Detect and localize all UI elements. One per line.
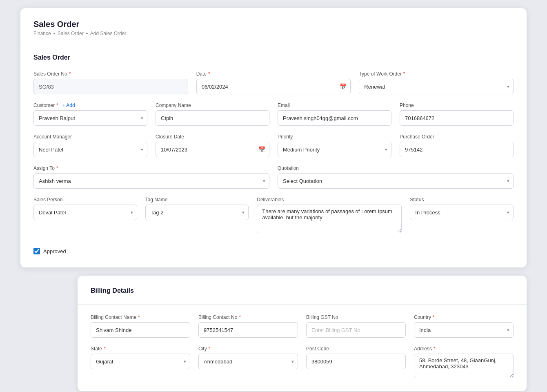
breadcrumb-finance: Finance	[33, 31, 51, 36]
quotation-field: Quotation Select Quotation ▾	[278, 165, 514, 189]
approved-checkbox[interactable]	[33, 248, 40, 254]
breadcrumb-sales-order: Sales Order	[58, 31, 84, 36]
city-select[interactable]: Ahmedabad	[198, 354, 298, 369]
email-label: Email	[278, 102, 391, 108]
post-code-label: Post Code	[306, 346, 406, 352]
country-label: Country *	[414, 314, 514, 320]
state-select[interactable]: Gujarat	[91, 354, 190, 369]
section-title: Sales Order	[33, 54, 514, 61]
form-row-4: Assign To * Ashish verma ▾ Quotation Sel…	[33, 165, 514, 189]
sales-order-no-field: Sales Order No *	[33, 71, 188, 94]
required-star: *	[104, 346, 106, 352]
account-manager-field: Account Manager Neel Patel ▾	[33, 134, 147, 157]
address-textarea[interactable]: 58, Borde Street, 48, GiaanGunj, Ahmedab…	[414, 354, 514, 378]
breadcrumb-dot-2	[86, 33, 88, 34]
required-star: *	[239, 314, 241, 320]
tag-name-select[interactable]: Tag 2	[145, 205, 249, 220]
sales-order-no-input[interactable]	[33, 79, 188, 94]
quotation-label: Quotation	[278, 165, 514, 171]
sales-person-field: Sales Person Deval Patel ▾	[33, 197, 137, 233]
status-field: Status In Process Completed Pending ▾	[410, 197, 514, 233]
billing-row-2: State * Gujarat ▾ City * Ahmedabad	[91, 346, 514, 378]
tag-name-wrapper: Tag 2 ▾	[145, 205, 249, 220]
billing-details-card: Billing Details Billing Contact Name * B…	[78, 276, 527, 391]
date-field: Date * 📅	[196, 71, 351, 94]
date-label: Date *	[196, 71, 351, 77]
quotation-wrapper: Select Quotation ▾	[278, 173, 514, 189]
state-field: State * Gujarat ▾	[91, 346, 190, 378]
company-name-field: Company Name	[156, 102, 269, 126]
priority-wrapper: Medium Priority High Priority Low Priori…	[278, 142, 391, 157]
address-field: Address * 58, Borde Street, 48, GiaanGun…	[414, 346, 514, 378]
country-wrapper: India ▾	[414, 322, 514, 338]
state-wrapper: Gujarat ▾	[91, 354, 190, 369]
form-row-5: Sales Person Deval Patel ▾ Tag Name Tag …	[33, 197, 514, 233]
post-code-input[interactable]	[306, 354, 406, 369]
closure-date-label: Closure Date	[156, 134, 269, 140]
priority-select[interactable]: Medium Priority High Priority Low Priori…	[278, 142, 391, 157]
type-of-work-order-field: Type of Work Order * Renewal ▾	[359, 71, 514, 94]
assign-to-field: Assign To * Ashish verma ▾	[33, 165, 269, 189]
sales-person-label: Sales Person	[33, 197, 137, 203]
billing-gst-no-input[interactable]	[306, 322, 406, 338]
billing-contact-name-field: Billing Contact Name *	[91, 314, 190, 338]
state-label: State *	[91, 346, 190, 352]
sales-person-select[interactable]: Deval Patel	[33, 205, 137, 220]
tag-name-field: Tag Name Tag 2 ▾	[145, 197, 249, 233]
form-row-1: Sales Order No * Date * 📅 Type of Work O…	[33, 71, 514, 94]
customer-field: Customer * + Add Pravesh Rajput ▾	[33, 102, 147, 126]
email-input[interactable]	[278, 110, 391, 126]
company-name-input[interactable]	[156, 110, 269, 126]
type-of-work-order-wrapper: Renewal ▾	[359, 79, 514, 94]
required-star: *	[138, 314, 140, 320]
date-input[interactable]	[196, 79, 351, 94]
deliverables-textarea[interactable]: There are many variations of passages of…	[257, 205, 402, 233]
breadcrumb: Finance Sales Order Add Sales Order	[33, 31, 514, 36]
address-label: Address *	[414, 346, 514, 352]
billing-contact-no-input[interactable]	[198, 322, 298, 338]
breadcrumb-add-sales-order: Add Sales Order	[90, 31, 127, 36]
status-label: Status	[410, 197, 514, 203]
add-customer-button[interactable]: + Add	[62, 102, 75, 108]
billing-contact-name-input[interactable]	[91, 322, 190, 338]
billing-contact-name-label: Billing Contact Name *	[91, 314, 190, 320]
required-star: *	[403, 71, 405, 77]
purchase-order-field: Purchase Order	[400, 134, 514, 157]
billing-details-title: Billing Details	[91, 287, 514, 294]
type-of-work-order-select[interactable]: Renewal	[359, 79, 514, 94]
purchase-order-label: Purchase Order	[400, 134, 514, 140]
assign-to-select[interactable]: Ashish verma	[33, 173, 269, 189]
assign-to-label: Assign To *	[33, 165, 269, 171]
breadcrumb-dot-1	[53, 33, 55, 34]
closure-date-wrapper: 📅	[156, 142, 269, 157]
billing-gst-no-label: Billing GST No	[306, 314, 406, 320]
country-select[interactable]: India	[414, 322, 514, 338]
customer-select[interactable]: Pravesh Rajput	[33, 110, 147, 126]
billing-divider	[78, 304, 527, 305]
assign-to-wrapper: Ashish verma ▾	[33, 173, 269, 189]
sales-order-form: Sales Order No * Date * 📅 Type of Work O…	[33, 71, 514, 254]
required-star: *	[56, 102, 58, 108]
required-star: *	[434, 346, 436, 352]
customer-wrapper: Pravesh Rajput ▾	[33, 110, 147, 126]
customer-label: Customer * + Add	[33, 102, 147, 108]
billing-gst-no-field: Billing GST No	[306, 314, 406, 338]
closure-date-input[interactable]	[156, 142, 269, 157]
quotation-select[interactable]: Select Quotation	[278, 173, 514, 189]
date-wrapper: 📅	[196, 79, 351, 94]
approved-row: Approved	[33, 248, 514, 254]
purchase-order-input[interactable]	[400, 142, 514, 157]
account-manager-select[interactable]: Neel Patel	[33, 142, 147, 157]
billing-row-1: Billing Contact Name * Billing Contact N…	[91, 314, 514, 338]
billing-form: Billing Contact Name * Billing Contact N…	[91, 314, 514, 378]
account-manager-wrapper: Neel Patel ▾	[33, 142, 147, 157]
required-star: *	[56, 165, 58, 171]
phone-input[interactable]	[400, 110, 514, 126]
tag-name-label: Tag Name	[145, 197, 249, 203]
phone-field: Phone	[400, 102, 514, 126]
deliverables-field: Deliverables There are many variations o…	[257, 197, 402, 233]
city-field: City * Ahmedabad ▾	[198, 346, 298, 378]
form-row-3: Account Manager Neel Patel ▾ Closure Dat…	[33, 134, 514, 157]
type-of-work-order-label: Type of Work Order *	[359, 71, 514, 77]
status-select[interactable]: In Process Completed Pending	[410, 205, 514, 220]
